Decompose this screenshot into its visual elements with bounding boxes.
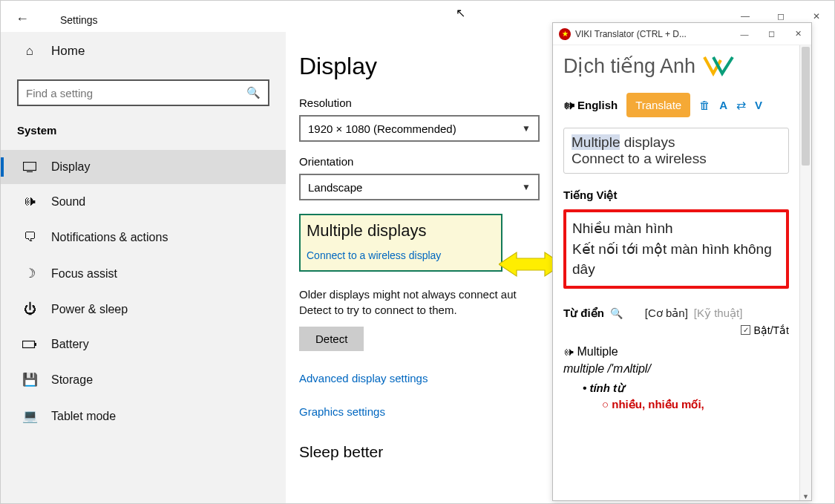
target-lang-label: Tiếng Việt bbox=[563, 189, 789, 202]
sidebar-item-tablet-mode[interactable]: 💻 Tablet mode bbox=[1, 398, 286, 434]
sound-icon: 🕪 bbox=[22, 194, 38, 209]
resolution-select[interactable]: 1920 × 1080 (Recommended) ▼ bbox=[299, 115, 540, 142]
sidebar-item-label: Power & sleep bbox=[51, 303, 128, 316]
sidebar-item-label: Storage bbox=[51, 373, 93, 387]
svg-rect-3 bbox=[35, 343, 36, 346]
detect-help-text: Older displays might not always connect … bbox=[299, 287, 551, 318]
letter-v-icon: V bbox=[755, 99, 762, 111]
sidebar-item-label: Display bbox=[51, 160, 90, 174]
sidebar-item-sound[interactable]: 🕪 Sound bbox=[1, 184, 286, 220]
detect-button[interactable]: Detect bbox=[299, 327, 364, 351]
viki-app-icon: ★ bbox=[559, 28, 571, 40]
sidebar-item-label: Tablet mode bbox=[51, 410, 116, 423]
battery-icon bbox=[22, 340, 38, 349]
dictionary-row: Từ điển 🔍 Cơ bản Kỹ thuật bbox=[563, 307, 789, 320]
multiple-displays-heading: Multiple displays bbox=[307, 221, 495, 240]
sidebar-item-power-sleep[interactable]: ⏻ Power & sleep bbox=[1, 292, 286, 327]
chevron-down-icon: ▼ bbox=[522, 182, 531, 192]
dict-entry-def: nhiều, nhiều mối, bbox=[602, 398, 789, 411]
search-icon: 🔍 bbox=[246, 86, 261, 99]
swap-icon[interactable]: ⇄ bbox=[736, 98, 746, 112]
svg-rect-0 bbox=[24, 163, 36, 171]
speaker-icon: 🕪 bbox=[563, 99, 574, 111]
dict-entry-pos: tính từ bbox=[583, 382, 789, 395]
focus-assist-icon: ☽ bbox=[22, 266, 38, 281]
target-line1: Nhiều màn hình bbox=[572, 218, 780, 239]
language-indicator[interactable]: 🕪 English bbox=[563, 99, 618, 111]
sidebar-item-notifications[interactable]: 🗨 Notifications & actions bbox=[1, 220, 286, 255]
scroll-down-icon[interactable]: ▼ bbox=[800, 493, 811, 500]
sidebar-item-label: Notifications & actions bbox=[51, 231, 168, 244]
language-label: English bbox=[577, 99, 618, 111]
dictionary-label: Từ điển bbox=[563, 307, 604, 320]
dict-tab-basic[interactable]: Cơ bản bbox=[645, 307, 688, 320]
scroll-thumb[interactable] bbox=[802, 47, 810, 166]
viki-close-button[interactable]: ✕ bbox=[785, 29, 811, 39]
home-icon: ⌂ bbox=[22, 44, 38, 59]
search-box[interactable]: 🔍 bbox=[17, 79, 269, 106]
sidebar-item-label: Sound bbox=[51, 195, 85, 209]
search-input[interactable] bbox=[26, 87, 246, 99]
sidebar-item-display[interactable]: Display bbox=[1, 150, 286, 184]
viki-content: Dịch tiếng Anh 🕪 English Translate 🗑 A ⇄… bbox=[553, 45, 799, 500]
dict-entry-head: 🕪 Multiple bbox=[563, 345, 789, 359]
viki-window: ★ VIKI Translator (CTRL + D... — ◻ ✕ Dịc… bbox=[552, 22, 812, 501]
svg-rect-2 bbox=[23, 341, 35, 348]
dict-entry-ipa: multiple /'mʌltipl/ bbox=[563, 361, 789, 376]
tablet-icon: 💻 bbox=[22, 408, 38, 424]
viki-scrollbar[interactable]: ▲ ▼ bbox=[799, 45, 811, 500]
sidebar-item-label: Focus assist bbox=[51, 267, 117, 281]
storage-icon: 💾 bbox=[22, 372, 38, 387]
chevron-down-icon: ▼ bbox=[522, 123, 531, 134]
viki-window-title: VIKI Translator (CTRL + D... bbox=[575, 29, 731, 39]
viki-maximize-button[interactable]: ◻ bbox=[758, 29, 785, 39]
back-button[interactable]: ← bbox=[16, 11, 29, 27]
target-line2: Kết nối tới một màn hình không dây bbox=[572, 239, 780, 280]
window-title: Settings bbox=[60, 14, 98, 26]
viki-brand-title: Dịch tiếng Anh bbox=[563, 54, 695, 78]
sidebar-item-battery[interactable]: Battery bbox=[1, 327, 286, 361]
display-icon bbox=[22, 162, 38, 172]
sidebar-item-storage[interactable]: 💾 Storage bbox=[1, 361, 286, 398]
resolution-value: 1920 × 1080 (Recommended) bbox=[308, 122, 456, 135]
source-line2: Connect to a wireless bbox=[572, 151, 707, 166]
notifications-icon: 🗨 bbox=[22, 230, 38, 245]
sidebar-item-label: Battery bbox=[51, 338, 89, 351]
home-label: Home bbox=[51, 44, 85, 59]
connect-wireless-link[interactable]: Connect to a wireless display bbox=[307, 249, 495, 261]
sidebar-item-focus-assist[interactable]: ☽ Focus assist bbox=[1, 255, 286, 292]
dict-tab-tech[interactable]: Kỹ thuật bbox=[694, 307, 743, 320]
toggle-label: Bật/Tắt bbox=[753, 324, 789, 336]
viki-minimize-button[interactable]: — bbox=[731, 30, 758, 39]
power-icon: ⏻ bbox=[22, 302, 38, 317]
speaker-icon[interactable]: 🕪 bbox=[563, 346, 574, 358]
home-nav[interactable]: ⌂ Home bbox=[1, 36, 286, 66]
source-word-highlighted: Multiple bbox=[572, 134, 620, 150]
orientation-select[interactable]: Landscape ▼ bbox=[299, 174, 540, 200]
multiple-displays-highlight: Multiple displays Connect to a wireless … bbox=[299, 214, 502, 272]
checkbox-icon[interactable]: ✓ bbox=[741, 325, 750, 335]
source-rest: displays bbox=[620, 134, 675, 150]
viki-toolbar: 🕪 English Translate 🗑 A ⇄ V bbox=[563, 93, 789, 117]
viki-logo-icon bbox=[703, 56, 734, 76]
magnifier-icon[interactable]: 🔍 bbox=[610, 307, 623, 319]
dict-entry-word: Multiple bbox=[577, 345, 618, 358]
orientation-value: Landscape bbox=[308, 181, 362, 194]
source-text-box[interactable]: Multiple displays Connect to a wireless bbox=[563, 128, 789, 174]
dict-toggle-row[interactable]: ✓ Bật/Tắt bbox=[563, 324, 789, 336]
translate-button[interactable]: Translate bbox=[626, 93, 690, 117]
trash-icon[interactable]: 🗑 bbox=[699, 99, 710, 111]
section-heading: System bbox=[1, 120, 286, 150]
viki-titlebar: ★ VIKI Translator (CTRL + D... — ◻ ✕ bbox=[553, 23, 811, 45]
letter-a-icon: A bbox=[719, 99, 727, 111]
target-text-box: Nhiều màn hình Kết nối tới một màn hình … bbox=[563, 209, 789, 289]
sidebar: ⌂ Home 🔍 System Display 🕪 Sound 🗨 Notifi… bbox=[1, 32, 286, 503]
